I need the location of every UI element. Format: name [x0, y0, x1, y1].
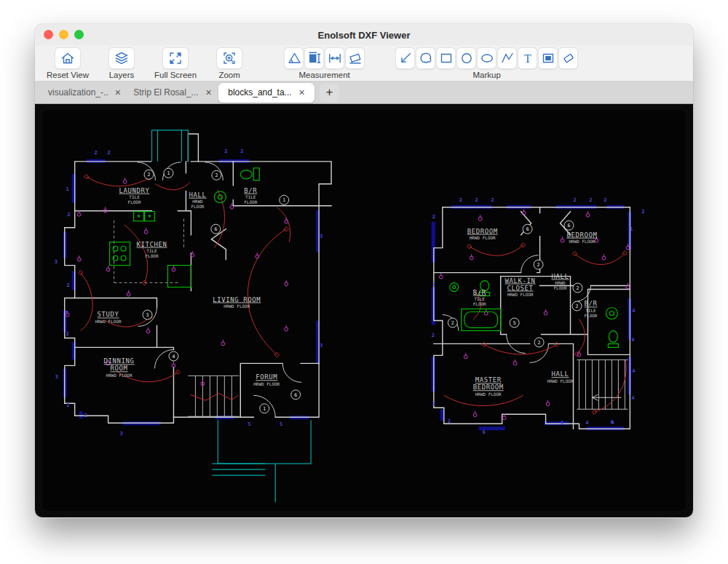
distance-measure-icon [327, 50, 343, 66]
svg-text:2: 2 [215, 172, 218, 178]
svg-text:2: 2 [224, 148, 227, 154]
svg-text:6: 6 [568, 223, 571, 229]
svg-text:5: 5 [513, 320, 516, 326]
measurement-group: Measurement [284, 47, 365, 79]
measure-area-button[interactable] [304, 47, 324, 69]
svg-text:4: 4 [631, 337, 634, 343]
measure-clear-button[interactable] [345, 47, 365, 69]
tab-bar: visualization_-... × Strip El Rosal_... … [35, 82, 693, 104]
svg-text:1: 1 [630, 226, 633, 232]
svg-text:6: 6 [526, 226, 529, 232]
close-tab-icon[interactable]: × [206, 87, 212, 98]
markup-circle-button[interactable] [456, 47, 476, 69]
area-measure-icon [306, 50, 323, 66]
svg-text:1: 1 [167, 170, 170, 176]
svg-text:4: 4 [560, 420, 563, 426]
svg-text:3: 3 [146, 312, 149, 318]
svg-text:2: 2 [604, 197, 606, 203]
svg-text:3: 3 [55, 374, 58, 380]
app-window: Enolsoft DXF Viewer Reset View Layers [35, 24, 693, 518]
svg-text:T: T [524, 52, 531, 65]
layers-button[interactable]: Layers [108, 47, 135, 79]
svg-text:2: 2 [451, 320, 454, 326]
main-toolbar: Reset View Layers Full Screen [35, 45, 693, 82]
tab-visualization[interactable]: visualization_-... × [42, 83, 127, 103]
rectangle-markup-icon [438, 50, 454, 66]
svg-text:2: 2 [537, 262, 540, 268]
arrow-markup-icon [397, 50, 414, 66]
circle-markup-icon [459, 50, 475, 66]
dxf-canvas[interactable]: LAUNDRYTILEFLOORHALLHRWDFLOORB/RTILEFLOO… [35, 104, 693, 517]
svg-text:BEDROOMHRWD FLOOR: BEDROOMHRWD FLOOR [467, 228, 498, 240]
svg-text:2: 2 [448, 418, 451, 424]
text-markup-icon: T [520, 50, 536, 66]
svg-text:2: 2 [240, 148, 243, 154]
svg-text:2: 2 [538, 340, 541, 346]
tab-strip-el-rosal[interactable]: Strip El Rosal_... × [127, 83, 218, 103]
svg-text:2: 2 [475, 197, 478, 203]
svg-text:5: 5 [248, 421, 250, 427]
layers-icon [114, 50, 130, 66]
markup-rectangle-button[interactable] [436, 47, 456, 69]
home-icon [60, 50, 76, 66]
svg-text:1: 1 [263, 406, 266, 412]
measure-eraser-icon [347, 50, 363, 66]
markup-text-button[interactable]: T [518, 47, 537, 69]
svg-text:1: 1 [66, 186, 69, 192]
markup-polyline-button[interactable] [497, 47, 517, 69]
svg-text:2: 2 [68, 212, 71, 218]
markup-ellipse-button[interactable] [477, 47, 496, 69]
svg-text:6: 6 [214, 226, 217, 232]
svg-text:WALK-INCLOSETHRWD FLOOR: WALK-INCLOSETHRWD FLOOR [505, 277, 536, 297]
svg-text:2: 2 [576, 303, 579, 309]
svg-text:2: 2 [432, 282, 435, 287]
highlight-markup-icon [540, 50, 556, 66]
svg-text:2: 2 [641, 209, 644, 215]
svg-text:2: 2 [84, 413, 87, 418]
svg-text:B/RTILEFLOOR: B/RTILEFLOOR [473, 289, 486, 306]
svg-text:3: 3 [55, 259, 58, 265]
window-title: Enolsoft DXF Viewer [35, 24, 693, 45]
full-screen-button[interactable]: Full Screen [154, 47, 197, 79]
close-tab-icon[interactable]: × [299, 87, 305, 98]
markup-highlight-button[interactable] [538, 47, 558, 69]
tab-blocks-and-tables[interactable]: blocks_and_ta... × [218, 83, 314, 103]
svg-text:6: 6 [483, 429, 486, 435]
svg-text:5: 5 [280, 421, 282, 427]
svg-text:2: 2 [108, 150, 111, 156]
svg-text:BEDROOMHRWD FLOOR: BEDROOMHRWD FLOOR [566, 231, 597, 244]
svg-text:2: 2 [459, 197, 462, 203]
svg-text:4: 4 [611, 420, 614, 426]
svg-text:2: 2 [95, 150, 98, 156]
svg-text:3: 3 [320, 343, 323, 349]
markup-eraser-button[interactable] [558, 47, 578, 69]
svg-text:3: 3 [320, 234, 323, 239]
zoom-icon [221, 50, 237, 66]
svg-text:2: 2 [589, 197, 592, 203]
close-tab-icon[interactable]: × [115, 87, 121, 98]
new-tab-button[interactable]: + [320, 84, 339, 102]
svg-text:MASTERBEDROOMHRWD FLOOR: MASTERBEDROOMHRWD FLOOR [473, 376, 504, 396]
svg-text:7: 7 [65, 310, 68, 316]
measure-distance-button[interactable] [325, 47, 344, 69]
svg-text:4: 4 [631, 395, 634, 401]
angle-measure-icon [286, 50, 302, 66]
svg-text:2: 2 [432, 401, 435, 407]
measure-angle-button[interactable] [284, 47, 304, 69]
svg-text:FORUMHRWD FLOOR: FORUMHRWD FLOOR [253, 373, 280, 386]
svg-text:2: 2 [432, 333, 435, 338]
zoom-button[interactable]: Zoom [216, 47, 242, 79]
svg-text:2: 2 [66, 331, 69, 337]
ellipse-markup-icon [479, 50, 495, 66]
svg-text:4: 4 [585, 420, 588, 426]
svg-text:2: 2 [491, 197, 494, 203]
reset-view-button[interactable]: Reset View [47, 47, 89, 79]
svg-text:1: 1 [282, 197, 285, 203]
svg-text:6: 6 [294, 392, 297, 398]
title-bar: Enolsoft DXF Viewer [35, 24, 693, 45]
full-screen-icon [167, 50, 183, 66]
markup-cloud-button[interactable] [416, 47, 435, 69]
eraser-markup-icon [561, 50, 577, 66]
markup-arrow-button[interactable] [395, 47, 415, 69]
floor-plan-drawing: LAUNDRYTILEFLOORHALLHRWDFLOORB/RTILEFLOO… [35, 104, 693, 517]
